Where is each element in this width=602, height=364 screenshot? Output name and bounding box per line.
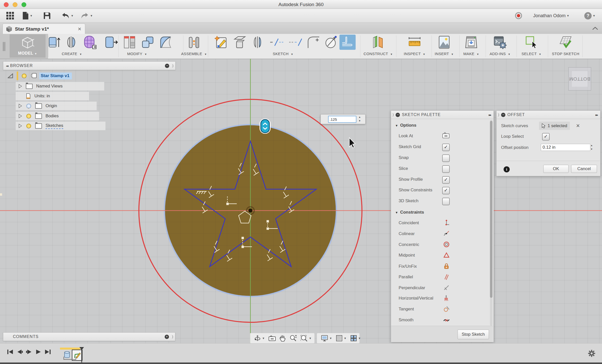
sketch-grid-checkbox[interactable]: ✓ — [442, 144, 450, 151]
timeline-playhead[interactable] — [79, 347, 84, 363]
workspace-switcher[interactable]: MODEL ▼ — [10, 34, 46, 58]
create-form-tool[interactable] — [82, 35, 97, 50]
insert-group-label[interactable]: INSERT ▼ — [435, 52, 454, 56]
dock-panel-icon[interactable]: ▸▸ — [595, 113, 598, 117]
smooth-constraint-button[interactable] — [443, 316, 450, 323]
extrude-tool[interactable] — [47, 35, 62, 50]
appearance-tool[interactable] — [122, 35, 137, 50]
inspect-group-label[interactable]: INSPECT ▼ — [404, 52, 425, 56]
grid-settings-button[interactable]: ▼ — [336, 335, 347, 342]
sketch-palette-header[interactable]: − SKETCH PALETTE ▸▸ — [391, 111, 493, 119]
tangent-constraint-button[interactable] — [443, 306, 450, 312]
construct-plane-tool[interactable] — [371, 35, 385, 50]
modify-group-label[interactable]: MODIFY ▼ — [127, 52, 147, 56]
cancel-button[interactable]: Cancel — [571, 165, 597, 173]
assemble-group-label[interactable]: ASSEMBLE ▼ — [181, 52, 207, 56]
collapsed-node-icon[interactable] — [18, 124, 22, 128]
panel-grip[interactable] — [392, 113, 394, 117]
minimize-panel-icon[interactable]: − — [501, 113, 505, 117]
project-geometry-tool[interactable] — [232, 35, 247, 50]
concentric-constraint-button[interactable] — [443, 241, 450, 248]
panel-grip[interactable] — [172, 64, 173, 68]
press-pull-tool[interactable] — [104, 35, 119, 50]
insert-tool[interactable] — [437, 35, 452, 50]
colinear-constraint-button[interactable] — [443, 230, 450, 237]
trim-tool[interactable] — [269, 35, 284, 50]
pan-button[interactable] — [280, 335, 286, 342]
stop-sketch-button[interactable]: Stop Sketch — [458, 330, 489, 339]
select-tool[interactable] — [524, 35, 539, 50]
browser-panel-header[interactable]: ◂◂ BROWSER − — [3, 61, 176, 70]
fillet-tool[interactable] — [158, 35, 173, 50]
loop-select-checkbox[interactable]: ✓ — [542, 133, 550, 141]
visibility-bulb-off-icon[interactable] — [26, 104, 31, 108]
sketch-curves-selection-chip[interactable]: 1 selected — [539, 122, 570, 130]
viewcube-face[interactable]: BOTTOM — [572, 71, 588, 87]
add-ins-tool[interactable] — [493, 35, 507, 50]
dimension-value-input[interactable] — [328, 116, 356, 123]
add-ins-group-label[interactable]: ADD-INS ▼ — [490, 52, 510, 56]
clear-selection-icon[interactable]: ✕ — [576, 123, 580, 129]
zoom-button[interactable] — [290, 335, 297, 342]
tree-item-sketches[interactable]: Sketches — [16, 122, 105, 130]
close-tab-icon[interactable]: ✕ — [78, 26, 81, 32]
spinner-down-icon[interactable]: ▼ — [590, 148, 594, 150]
orbit-button[interactable]: ▼ — [254, 335, 265, 342]
tree-item-units[interactable]: Units: in — [16, 92, 89, 100]
save-button[interactable] — [44, 11, 51, 20]
make-group-label[interactable]: MAKE ▼ — [463, 52, 479, 56]
fix-unfix-constraint-button[interactable] — [443, 263, 450, 269]
timeline-skip-start-button[interactable] — [6, 348, 15, 356]
coincident-constraint-button[interactable] — [443, 219, 450, 226]
revolve-tool[interactable] — [64, 35, 79, 50]
spinner-up-icon[interactable]: ▲ — [590, 144, 594, 147]
snap-checkbox[interactable]: ✓ — [442, 154, 450, 162]
look-at-button[interactable] — [268, 335, 276, 341]
options-section-header[interactable]: ▼Options — [395, 123, 416, 128]
tree-item-origin[interactable]: Origin — [16, 102, 97, 110]
sketch-dimension-tool[interactable] — [324, 35, 339, 50]
panel-grip[interactable] — [498, 113, 499, 117]
panel-grip[interactable] — [171, 335, 173, 339]
tree-item-bodies[interactable]: Bodies — [16, 112, 99, 120]
timeline-step-back-button[interactable] — [15, 348, 24, 356]
spinner-up-icon[interactable]: ▲ — [358, 116, 362, 118]
offset-position-input[interactable] — [541, 144, 590, 151]
tree-item-named-views[interactable]: Named Views — [16, 82, 104, 90]
document-tab[interactable]: Star Stamp v1* ✕ — [3, 24, 85, 34]
collapse-panel-icon[interactable]: ◂◂ — [6, 64, 8, 68]
timeline-skip-end-button[interactable] — [43, 348, 52, 356]
viewports-button[interactable]: ▼ — [350, 335, 361, 342]
display-settings-button[interactable]: ▼ — [321, 335, 332, 342]
sketch-group-label[interactable]: SKETCH ▼ — [273, 52, 293, 56]
make-tool[interactable] — [464, 35, 479, 50]
comments-panel-header[interactable]: COMMENTS + — [3, 332, 175, 341]
browser-root-row[interactable]: Star Stamp v1 — [8, 72, 119, 80]
collapsed-node-icon[interactable] — [18, 114, 22, 118]
visibility-bulb-icon[interactable] — [26, 124, 31, 128]
combine-tool[interactable] — [140, 35, 155, 50]
horizontal-vertical-constraint-button[interactable] — [443, 295, 450, 301]
user-account-menu[interactable]: Jonathan Odom ▼ — [533, 11, 569, 20]
collapsed-node-icon[interactable] — [18, 104, 22, 108]
stop-sketch-group-label[interactable]: STOP SKETCH — [552, 52, 579, 56]
add-comment-icon[interactable]: + — [165, 335, 169, 339]
app-launcher-button[interactable] — [6, 11, 14, 20]
stop-sketch-tool[interactable] — [558, 35, 573, 50]
minimize-panel-icon[interactable]: − — [165, 64, 169, 68]
toolbar-drag-handle[interactable] — [3, 42, 6, 51]
dock-panel-icon[interactable]: ▸▸ — [489, 113, 491, 117]
extend-tool[interactable] — [288, 35, 303, 50]
collapse-toolbar-chevron-icon[interactable] — [592, 26, 598, 30]
offset-tool-active[interactable] — [339, 35, 356, 50]
redo-button[interactable]: ▼ — [80, 11, 93, 20]
create-group-label[interactable]: CREATE ▼ — [62, 52, 82, 56]
show-constraints-checkbox[interactable]: ✓ — [442, 187, 450, 194]
palette-scrollbar[interactable] — [490, 120, 492, 326]
root-item-highlight[interactable]: Star Stamp v1 — [39, 73, 72, 79]
mirror-tool[interactable] — [250, 35, 265, 50]
fit-button[interactable]: ▼ — [300, 335, 312, 342]
3d-sketch-checkbox[interactable]: ✓ — [442, 198, 450, 205]
spinner-down-icon[interactable]: ▼ — [358, 120, 362, 122]
palette-scrollbar-thumb[interactable] — [490, 121, 492, 298]
